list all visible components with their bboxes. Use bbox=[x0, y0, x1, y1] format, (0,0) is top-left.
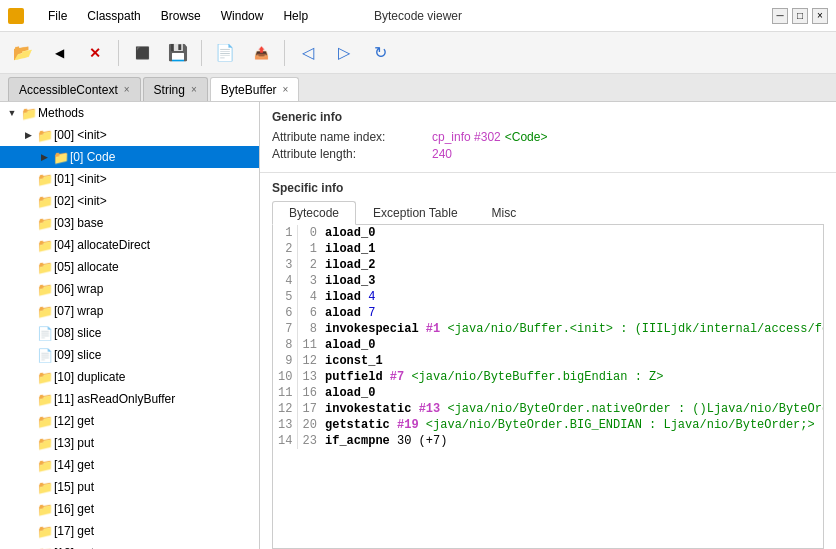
tree-folder-icon-1: 📁 bbox=[36, 172, 54, 187]
attribute-name-value-link[interactable]: cp_info #302 bbox=[432, 130, 501, 144]
menu-file[interactable]: File bbox=[40, 7, 75, 25]
save-button[interactable]: 💾 bbox=[161, 36, 195, 70]
tree-label-14: [14] get bbox=[54, 458, 94, 472]
refresh-button[interactable]: ↻ bbox=[363, 36, 397, 70]
minimize-button[interactable]: ─ bbox=[772, 8, 788, 24]
navigate-forward-button[interactable]: ▷ bbox=[327, 36, 361, 70]
line-num: 7 bbox=[273, 321, 297, 337]
back-button[interactable]: ◀ bbox=[42, 36, 76, 70]
export-button[interactable]: 📤 bbox=[244, 36, 278, 70]
tree-item-14[interactable]: 📁 [14] get bbox=[0, 454, 259, 476]
navigate-back-button[interactable]: ◁ bbox=[291, 36, 325, 70]
maximize-button[interactable]: □ bbox=[792, 8, 808, 24]
menu-browse[interactable]: Browse bbox=[153, 7, 209, 25]
tree-item-8[interactable]: 📄 [08] slice bbox=[0, 322, 259, 344]
attribute-length-row: Attribute length: 240 bbox=[272, 147, 824, 161]
inner-tab-exception-table[interactable]: Exception Table bbox=[356, 201, 475, 224]
tree-item-11[interactable]: 📁 [11] asReadOnlyBuffer bbox=[0, 388, 259, 410]
tree-item-2[interactable]: 📁 [02] <init> bbox=[0, 190, 259, 212]
inner-tab-bytecode[interactable]: Bytecode bbox=[272, 201, 356, 225]
tree-item-3[interactable]: 📁 [03] base bbox=[0, 212, 259, 234]
tree-item-13[interactable]: 📁 [13] put bbox=[0, 432, 259, 454]
inner-tab-misc[interactable]: Misc bbox=[475, 201, 534, 224]
tree-item-1[interactable]: 📁 [01] <init> bbox=[0, 168, 259, 190]
attribute-name-tag[interactable]: <Code> bbox=[505, 130, 548, 144]
bc-instruction: iload_1 bbox=[321, 241, 824, 257]
toolbar-separator-1 bbox=[118, 40, 119, 66]
table-row: 10 13 putfield #7 <java/nio/ByteBuffer.b… bbox=[273, 369, 824, 385]
bc-instruction: if_acmpne 30 (+7) bbox=[321, 433, 824, 449]
tree-item-7[interactable]: 📁 [07] wrap bbox=[0, 300, 259, 322]
tree-expand-0: ▶ bbox=[20, 130, 36, 140]
close-button[interactable]: × bbox=[812, 8, 828, 24]
tree-item-16[interactable]: 📁 [16] get bbox=[0, 498, 259, 520]
title-bar: File Classpath Browse Window Help Byteco… bbox=[0, 0, 836, 32]
bc-offset: 2 bbox=[297, 257, 321, 273]
tree-folder-icon-14: 📁 bbox=[36, 458, 54, 473]
bc-link-7[interactable]: #7 bbox=[390, 370, 404, 384]
tree-label-8: [08] slice bbox=[54, 326, 101, 340]
bc-instruction: invokestatic #13 <java/nio/ByteOrder.nat… bbox=[321, 401, 824, 417]
generic-info-section: Generic info Attribute name index: cp_in… bbox=[260, 102, 836, 173]
tree-item-17[interactable]: 📁 [17] get bbox=[0, 520, 259, 542]
tree-folder-icon-5: 📁 bbox=[36, 260, 54, 275]
line-num: 12 bbox=[273, 401, 297, 417]
line-num: 4 bbox=[273, 273, 297, 289]
bc-offset: 1 bbox=[297, 241, 321, 257]
bc-instruction: putfield #7 <java/nio/ByteBuffer.bigEndi… bbox=[321, 369, 824, 385]
tree-item-12[interactable]: 📁 [12] get bbox=[0, 410, 259, 432]
tab-accessiblecontext[interactable]: AccessibleContext × bbox=[8, 77, 141, 101]
tree-item-5[interactable]: 📁 [05] allocate bbox=[0, 256, 259, 278]
tree-item-0[interactable]: ▶ 📁 [00] <init> bbox=[0, 124, 259, 146]
line-num: 5 bbox=[273, 289, 297, 305]
tab-bytebuffer-close[interactable]: × bbox=[283, 84, 289, 95]
close-tab-button[interactable]: ✕ bbox=[78, 36, 112, 70]
code-area[interactable]: 1 0 aload_0 2 1 iload_1 3 2 iload_2 bbox=[272, 225, 824, 549]
nav-back-icon: ◁ bbox=[296, 41, 320, 65]
bc-instruction: iconst_1 bbox=[321, 353, 824, 369]
bc-instruction: iload 4 bbox=[321, 289, 824, 305]
tree-item-18[interactable]: 📁 [18] get bbox=[0, 542, 259, 549]
menu-classpath[interactable]: Classpath bbox=[79, 7, 148, 25]
tree-item-10[interactable]: 📁 [10] duplicate bbox=[0, 366, 259, 388]
open-file-icon: 📄 bbox=[213, 41, 237, 65]
bc-link-19[interactable]: #19 bbox=[397, 418, 419, 432]
tree-label-12: [12] get bbox=[54, 414, 94, 428]
bc-link-1[interactable]: #1 bbox=[426, 322, 440, 336]
tree-folder-icon-7: 📁 bbox=[36, 304, 54, 319]
tree-item-9[interactable]: 📄 [09] slice bbox=[0, 344, 259, 366]
tree-item-4[interactable]: 📁 [04] allocateDirect bbox=[0, 234, 259, 256]
tree-item-6[interactable]: 📁 [06] wrap bbox=[0, 278, 259, 300]
tab-string-close[interactable]: × bbox=[191, 84, 197, 95]
prev-method-button[interactable]: ⬛ bbox=[125, 36, 159, 70]
tree-label-code: [0] Code bbox=[70, 150, 115, 164]
menu-window[interactable]: Window bbox=[213, 7, 272, 25]
bc-link-13[interactable]: #13 bbox=[419, 402, 441, 416]
tree-item-15[interactable]: 📁 [15] put bbox=[0, 476, 259, 498]
method-icon: ⬛ bbox=[130, 41, 154, 65]
table-row: 14 23 if_acmpne 30 (+7) bbox=[273, 433, 824, 449]
tab-bytebuffer[interactable]: ByteBuffer × bbox=[210, 77, 300, 101]
bc-offset: 23 bbox=[297, 433, 321, 449]
table-row: 9 12 iconst_1 bbox=[273, 353, 824, 369]
tree-label-4: [04] allocateDirect bbox=[54, 238, 150, 252]
menu-help[interactable]: Help bbox=[275, 7, 316, 25]
line-num: 10 bbox=[273, 369, 297, 385]
tab-accessiblecontext-close[interactable]: × bbox=[124, 84, 130, 95]
bc-instruction: iload_2 bbox=[321, 257, 824, 273]
tree-folder-icon-0: 📁 bbox=[36, 128, 54, 143]
tree-label-1: [01] <init> bbox=[54, 172, 107, 186]
open-file-button[interactable]: 📄 bbox=[208, 36, 242, 70]
bc-offset: 20 bbox=[297, 417, 321, 433]
bc-offset: 4 bbox=[297, 289, 321, 305]
tree-folder-icon-15: 📁 bbox=[36, 480, 54, 495]
bc-offset: 11 bbox=[297, 337, 321, 353]
tree-root-methods[interactable]: ▼ 📁 Methods bbox=[0, 102, 259, 124]
generic-info-title: Generic info bbox=[272, 110, 824, 124]
app-icon bbox=[8, 8, 24, 24]
bc-instruction: getstatic #19 <java/nio/ByteOrder.BIG_EN… bbox=[321, 417, 824, 433]
open-folder-button[interactable]: 📂 bbox=[6, 36, 40, 70]
tab-string[interactable]: String × bbox=[143, 77, 208, 101]
tree-label-10: [10] duplicate bbox=[54, 370, 125, 384]
tree-item-code[interactable]: ▶ 📁 [0] Code bbox=[0, 146, 259, 168]
